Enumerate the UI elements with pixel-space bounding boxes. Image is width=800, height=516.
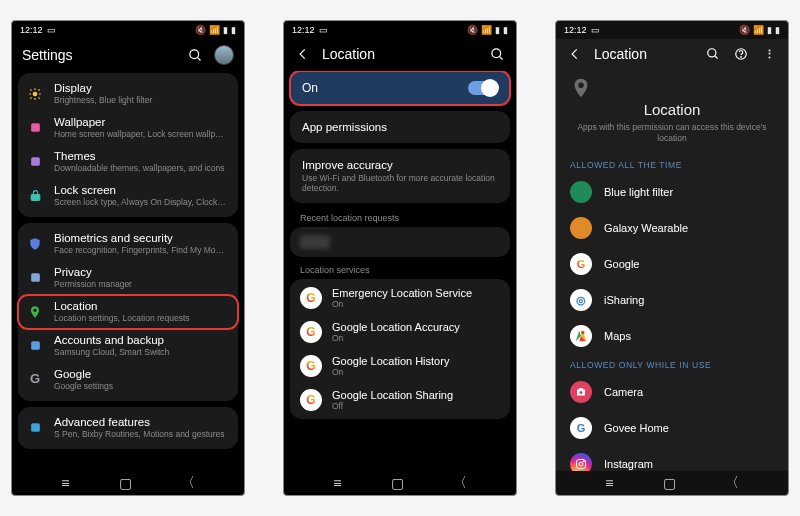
app-label: Instagram	[604, 458, 653, 470]
back-icon[interactable]	[294, 45, 312, 63]
recents-button[interactable]: ≡	[605, 475, 613, 491]
improve-accuracy-row[interactable]: Improve accuracy Use Wi-Fi and Bluetooth…	[290, 149, 510, 203]
notification-icon: ▭	[591, 25, 600, 35]
allowed-while-use-list: CameraGGovee HomeInstagramSamsung Intern…	[556, 374, 788, 471]
app-permission-row[interactable]: ◎iSharing	[556, 282, 788, 318]
settings-row-advanced-features[interactable]: Advanced features S Pen, Bixby Routines,…	[18, 411, 238, 445]
back-button[interactable]: 〈	[453, 474, 467, 492]
settings-row-sub: S Pen, Bixby Routines, Motions and gestu…	[54, 430, 228, 440]
toggle-label: On	[302, 81, 468, 95]
app-label: Google	[604, 258, 639, 270]
location-service-row[interactable]: G Google Location Accuracy On	[290, 315, 510, 349]
recent-requests-header: Recent location requests	[290, 209, 510, 227]
settings-row-location[interactable]: Location Location settings, Location req…	[18, 295, 238, 329]
toggle-switch-on[interactable]	[468, 81, 498, 95]
status-icons: 🔇 📶 ▮ ▮	[467, 25, 508, 35]
help-icon[interactable]	[732, 45, 750, 63]
themes-icon	[26, 153, 44, 171]
svg-point-23	[581, 331, 585, 335]
app-permission-row[interactable]: Camera	[556, 374, 788, 410]
settings-row-label: Wallpaper	[54, 116, 228, 129]
recents-button[interactable]: ≡	[333, 475, 341, 491]
google-g-icon: G	[300, 321, 322, 343]
app-permission-row[interactable]: Galaxy Wearable	[556, 210, 788, 246]
allowed-while-use-header: ALLOWED ONLY WHILE IN USE	[556, 354, 788, 374]
govee-app-icon: G	[570, 417, 592, 439]
settings-row-sub: Screen lock type, Always On Display, Clo…	[54, 198, 228, 208]
app-label: Galaxy Wearable	[604, 222, 688, 234]
phone-screen-location: 12:12 ▭ 🔇 📶 ▮ ▮ Location On App permissi…	[283, 20, 517, 496]
settings-row-label: Google	[54, 368, 228, 381]
overflow-menu-icon[interactable]: ⋮	[760, 45, 778, 63]
settings-row-google[interactable]: G Google Google settings	[18, 363, 238, 397]
location-service-row[interactable]: G Google Location Sharing Off	[290, 383, 510, 417]
service-status: On	[332, 333, 460, 343]
advanced-icon	[26, 419, 44, 437]
location-service-row[interactable]: G Emergency Location Service On	[290, 281, 510, 315]
recent-request-item[interactable]	[290, 227, 510, 257]
app-permissions-label: App permissions	[302, 121, 498, 133]
svg-rect-12	[31, 158, 40, 167]
status-icons: 🔇 📶 ▮ ▮	[739, 25, 780, 35]
svg-point-22	[741, 57, 742, 58]
settings-row-biometrics-and-security[interactable]: Biometrics and security Face recognition…	[18, 227, 238, 261]
status-time: 12:12	[564, 25, 587, 35]
app-icon	[570, 217, 592, 239]
search-icon[interactable]	[704, 45, 722, 63]
app-permission-row[interactable]: Instagram	[556, 446, 788, 471]
settings-row-themes[interactable]: Themes Downloadable themes, wallpapers, …	[18, 145, 238, 179]
settings-row-sub: Google settings	[54, 382, 228, 392]
app-permission-row[interactable]: GGovee Home	[556, 410, 788, 446]
back-icon[interactable]	[566, 45, 584, 63]
pin-icon	[26, 303, 44, 321]
settings-row-wallpaper[interactable]: Wallpaper Home screen wallpaper, Lock sc…	[18, 111, 238, 145]
battery-icon: ▮	[503, 25, 508, 35]
app-permissions-row[interactable]: App permissions	[290, 111, 510, 143]
improve-accuracy-label: Improve accuracy	[302, 159, 498, 171]
home-button[interactable]: ▢	[119, 475, 132, 491]
back-button[interactable]: 〈	[725, 474, 739, 492]
signal-icon: ▮	[223, 25, 228, 35]
settings-row-label: Biometrics and security	[54, 232, 228, 245]
back-button[interactable]: 〈	[181, 474, 195, 492]
permission-content: Location Apps with this permission can a…	[556, 71, 788, 471]
wifi-icon: 📶	[481, 25, 492, 35]
svg-rect-15	[31, 342, 40, 351]
app-label: Camera	[604, 386, 643, 398]
shield-icon	[26, 235, 44, 253]
settings-row-accounts-and-backup[interactable]: Accounts and backup Samsung Cloud, Smart…	[18, 329, 238, 363]
app-permission-row[interactable]: Maps	[556, 318, 788, 354]
app-permission-row[interactable]: GGoogle	[556, 246, 788, 282]
search-icon[interactable]	[488, 45, 506, 63]
google-g-icon: G	[300, 287, 322, 309]
service-label: Google Location Sharing	[332, 389, 453, 401]
svg-point-19	[708, 49, 716, 57]
search-icon[interactable]	[186, 46, 204, 64]
google-icon: G	[26, 371, 44, 389]
svg-rect-16	[31, 424, 40, 433]
recents-button[interactable]: ≡	[61, 475, 69, 491]
settings-row-display[interactable]: Display Brightness, Blue light filter	[18, 77, 238, 111]
location-service-row[interactable]: G Google Location History On	[290, 349, 510, 383]
service-status: On	[332, 299, 472, 309]
permission-title: Location	[570, 101, 774, 118]
app-icon	[570, 181, 592, 203]
improve-accuracy-sub: Use Wi-Fi and Bluetooth for more accurat…	[302, 173, 498, 193]
profile-avatar[interactable]	[214, 45, 234, 65]
app-permission-row[interactable]: Blue light filter	[556, 174, 788, 210]
notification-icon: ▭	[47, 25, 56, 35]
location-toggle-row[interactable]: On	[290, 71, 510, 105]
status-icons: 🔇 📶 ▮ ▮	[195, 25, 236, 35]
accounts-icon	[26, 337, 44, 355]
blurred-app-name	[300, 235, 330, 249]
battery-icon: ▮	[231, 25, 236, 35]
settings-row-label: Display	[54, 82, 228, 95]
home-button[interactable]: ▢	[663, 475, 676, 491]
settings-row-lock-screen[interactable]: Lock screen Screen lock type, Always On …	[18, 179, 238, 213]
home-button[interactable]: ▢	[391, 475, 404, 491]
svg-line-1	[197, 57, 200, 60]
app-label: iSharing	[604, 294, 644, 306]
settings-row-privacy[interactable]: Privacy Permission manager	[18, 261, 238, 295]
service-status: Off	[332, 401, 453, 411]
location-content: On App permissions Improve accuracy Use …	[284, 71, 516, 471]
